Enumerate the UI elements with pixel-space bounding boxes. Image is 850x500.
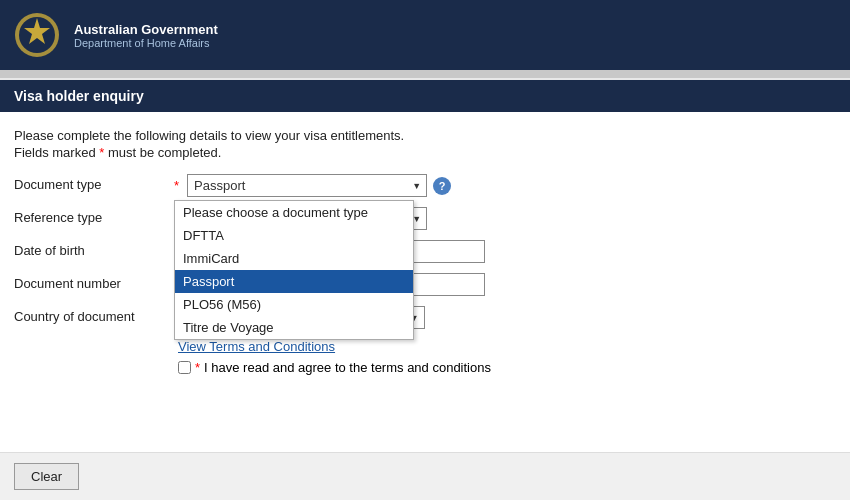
dropdown-item-placeholder[interactable]: Please choose a document type <box>175 201 413 224</box>
terms-checkbox[interactable] <box>178 361 191 374</box>
document-type-label: Document type <box>14 174 174 192</box>
terms-text: I have read and agree to the terms and c… <box>204 360 491 375</box>
country-of-document-row: Country of document * Country <box>14 306 836 329</box>
document-type-select[interactable]: Please choose a document type DFTTA Immi… <box>187 174 427 197</box>
intro-line2: Fields marked * must be completed. <box>14 145 836 160</box>
doc-type-container: * Please choose a document type DFTTA Im… <box>174 174 836 197</box>
terms-required-star: * <box>195 360 200 375</box>
dropdown-item-passport[interactable]: Passport <box>175 270 413 293</box>
gov-title: Australian Government <box>74 22 218 37</box>
page-title-bar: Visa holder enquiry <box>0 80 850 112</box>
dropdown-list: Please choose a document type DFTTA Immi… <box>174 200 414 340</box>
doc-type-select-wrapper[interactable]: Please choose a document type DFTTA Immi… <box>187 174 427 197</box>
intro-text: Please complete the following details to… <box>14 128 836 160</box>
terms-link[interactable]: View Terms and Conditions <box>178 339 335 354</box>
header-text: Australian Government Department of Home… <box>74 22 218 49</box>
dropdown-item-dftta[interactable]: DFTTA <box>175 224 413 247</box>
document-number-row: Document number * <box>14 273 836 296</box>
dept-title: Department of Home Affairs <box>74 37 218 49</box>
terms-link-container: View Terms and Conditions <box>178 339 836 354</box>
country-of-document-label: Country of document <box>14 306 174 324</box>
reference-type-row: Reference type * <box>14 207 836 230</box>
document-type-field: * Please choose a document type DFTTA Im… <box>174 174 836 197</box>
coat-of-arms-icon <box>12 10 62 60</box>
doc-type-required-star: * <box>174 178 179 193</box>
page-title: Visa holder enquiry <box>14 88 144 104</box>
clear-button[interactable]: Clear <box>14 463 79 490</box>
date-of-birth-label: Date of birth <box>14 240 174 258</box>
header: Australian Government Department of Home… <box>0 0 850 70</box>
document-type-row: Document type * Please choose a document… <box>14 174 836 197</box>
dropdown-item-immicard[interactable]: ImmiCard <box>175 247 413 270</box>
date-of-birth-row: Date of birth * <box>14 240 836 263</box>
dropdown-item-titre[interactable]: Titre de Voyage <box>175 316 413 339</box>
intro-line1: Please complete the following details to… <box>14 128 836 143</box>
help-icon[interactable]: ? <box>433 177 451 195</box>
buttons-section: Clear <box>0 452 850 500</box>
sub-header-bar <box>0 70 850 78</box>
dropdown-item-plo56[interactable]: PLO56 (M56) <box>175 293 413 316</box>
main-content: Please complete the following details to… <box>0 112 850 452</box>
terms-section: View Terms and Conditions * I have read … <box>14 339 836 375</box>
document-number-label: Document number <box>14 273 174 291</box>
reference-type-label: Reference type <box>14 207 174 225</box>
terms-check-row: * I have read and agree to the terms and… <box>178 360 836 375</box>
